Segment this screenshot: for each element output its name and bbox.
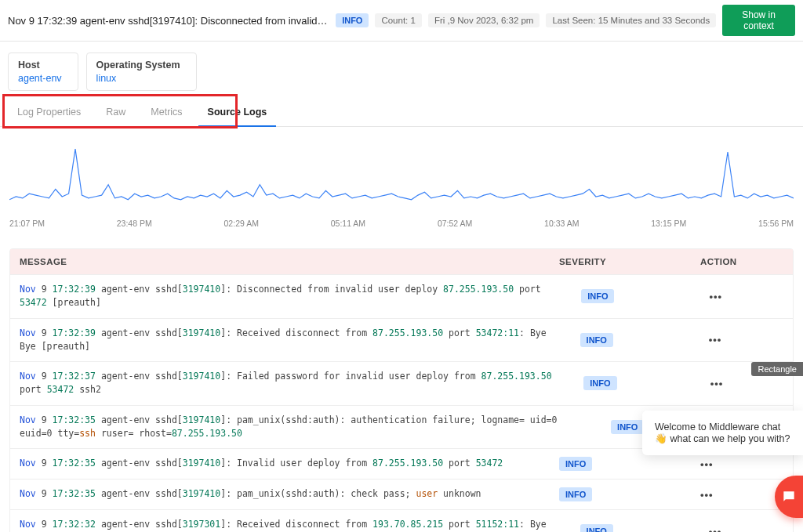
log-severity: INFO [571, 325, 699, 355]
log-severity: INFO [550, 480, 691, 509]
sparkline-tick: 15:56 PM [758, 219, 794, 228]
tab-log properties[interactable]: Log Properties [8, 99, 90, 126]
severity-badge: INFO [336, 13, 369, 27]
show-in-context-button[interactable]: Show in context [722, 5, 795, 36]
topbar: Nov 9 17:32:39 agent-env sshd[3197410]: … [0, 0, 803, 42]
table-row[interactable]: Nov 9 17:32:32 agent-env sshd[3197301]: … [10, 509, 793, 532]
sparkline-tick: 02:29 AM [224, 219, 259, 228]
chat-popup[interactable]: Welcome to Middleware chat 👋 what can we… [642, 411, 803, 455]
log-severity: INFO [572, 281, 699, 311]
chat-text-b: what can we help you with? [670, 433, 790, 444]
count-meta: Count: 1 [375, 13, 421, 27]
sparkline-tick: 21:07 PM [9, 219, 45, 228]
info-card-host-value: agent-env [18, 73, 62, 84]
sparkline-tick: 07:52 AM [438, 219, 472, 228]
header-message: MESSAGE [10, 249, 550, 274]
chat-text-a: Welcome to Middleware chat [655, 422, 780, 432]
table-row[interactable]: Nov 9 17:32:39 agent-env sshd[3197410]: … [10, 318, 793, 362]
row-actions-menu[interactable]: ••• [710, 378, 724, 389]
log-severity: INFO [574, 368, 700, 398]
log-message: Nov 9 17:32:32 agent-env sshd[3197301]: … [10, 510, 571, 532]
header-action: ACTION [691, 249, 793, 274]
lastseen-meta: Last Seen: 15 Minutes and 33 Seconds [546, 13, 716, 27]
info-card-host[interactable]: Host agent-env [8, 52, 78, 91]
sparkline-tick: 10:33 AM [544, 219, 579, 228]
sparkline-tick: 13:15 PM [651, 219, 686, 228]
rectangle-tooltip: Rectangle [751, 362, 803, 376]
log-message: Nov 9 17:32:35 agent-env sshd[3197410]: … [10, 449, 550, 478]
chat-icon [781, 489, 797, 505]
log-table-header: MESSAGE SEVERITY ACTION [10, 249, 793, 274]
info-card-os-value: linux [96, 73, 180, 84]
tab-source logs[interactable]: Source Logs [198, 99, 277, 127]
sparkline-x-labels: 21:07 PM23:48 PM02:29 AM05:11 AM07:52 AM… [9, 215, 794, 233]
row-actions-menu[interactable]: ••• [709, 334, 722, 346]
log-message: Nov 9 17:32:39 agent-env sshd[3197410]: … [10, 319, 571, 362]
log-message: Nov 9 17:32:35 agent-env sshd[3197410]: … [10, 406, 601, 449]
tabs-container: Log PropertiesRawMetricsSource Logs [0, 99, 803, 127]
info-card-host-label: Host [18, 60, 62, 71]
log-message: Nov 9 17:32:37 agent-env sshd[3197410]: … [10, 362, 574, 405]
row-actions-menu[interactable]: ••• [709, 291, 722, 302]
tab-raw[interactable]: Raw [96, 99, 135, 126]
log-severity: INFO [571, 516, 699, 532]
log-table: MESSAGE SEVERITY ACTION Nov 9 17:32:39 a… [9, 248, 794, 532]
sparkline-tick: 05:11 AM [331, 219, 365, 228]
info-card-os[interactable]: Operating System linux [86, 52, 197, 91]
tabs: Log PropertiesRawMetricsSource Logs [0, 99, 803, 127]
table-row[interactable]: Nov 9 17:32:37 agent-env sshd[3197410]: … [10, 361, 793, 405]
header-severity: SEVERITY [550, 249, 691, 274]
table-row[interactable]: Nov 9 17:32:35 agent-env sshd[3197410]: … [10, 479, 793, 509]
tab-metrics[interactable]: Metrics [141, 99, 191, 126]
sparkline-tick: 23:48 PM [117, 219, 152, 228]
row-actions-menu[interactable]: ••• [700, 489, 714, 501]
sparkline-chart: 21:07 PM23:48 PM02:29 AM05:11 AM07:52 AM… [0, 127, 803, 236]
table-row[interactable]: Nov 9 17:32:39 agent-env sshd[3197410]: … [10, 274, 793, 318]
wave-icon: 👋 [655, 432, 667, 444]
log-message: Nov 9 17:32:39 agent-env sshd[3197410]: … [10, 275, 572, 318]
info-cards: Host agent-env Operating System linux [0, 42, 803, 99]
detail-title: Nov 9 17:32:39 agent-env sshd[3197410]: … [8, 15, 329, 27]
row-actions-menu[interactable]: ••• [700, 458, 714, 470]
row-actions-menu[interactable]: ••• [709, 526, 722, 532]
date-meta: Fri ,9 Nov 2023, 6:32 pm [428, 13, 540, 27]
log-message: Nov 9 17:32:35 agent-env sshd[3197410]: … [10, 480, 550, 508]
info-card-os-label: Operating System [96, 60, 180, 71]
